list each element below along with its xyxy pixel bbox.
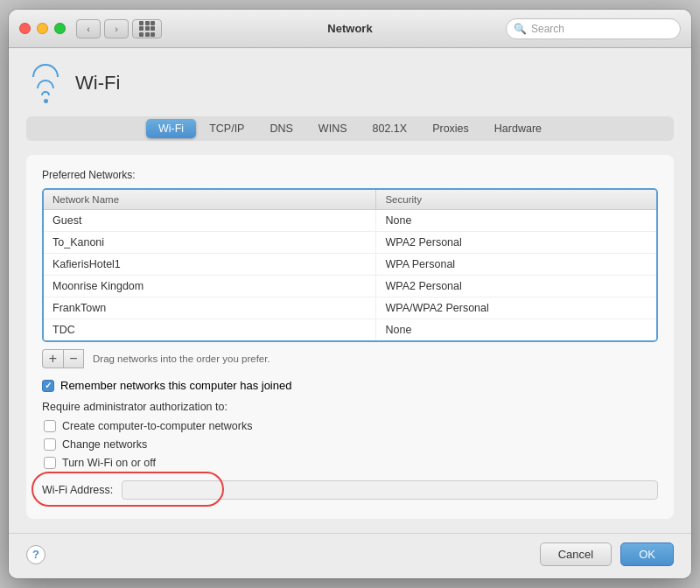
tab-proxies[interactable]: Proxies — [420, 119, 481, 138]
grid-button[interactable] — [132, 19, 162, 38]
traffic-lights — [19, 23, 66, 34]
ok-button[interactable]: OK — [620, 542, 674, 566]
cancel-button[interactable]: Cancel — [540, 542, 612, 566]
wifi-header: Wi-Fi — [26, 64, 674, 102]
wifi-title: Wi-Fi — [75, 72, 120, 94]
table-row[interactable]: TDC None — [44, 319, 656, 340]
maximize-button[interactable] — [54, 23, 66, 34]
drag-hint: Drag networks into the order you prefer. — [93, 354, 270, 364]
search-placeholder: Search — [531, 23, 564, 35]
footer-buttons: Cancel OK — [540, 542, 674, 566]
main-content: Wi-Fi Wi-Fi TCP/IP DNS WINS 802.1X Proxi… — [9, 48, 691, 533]
turn-wifi-label: Turn Wi-Fi on or off — [62, 457, 156, 469]
forward-button[interactable]: › — [104, 19, 129, 38]
tab-wifi[interactable]: Wi-Fi — [146, 119, 196, 138]
table-row[interactable]: Guest None — [44, 210, 656, 232]
tab-hardware[interactable]: Hardware — [482, 119, 554, 138]
change-networks-checkbox[interactable] — [44, 438, 56, 451]
wifi-address-row: Wi-Fi Address: — [42, 475, 658, 505]
tab-wins[interactable]: WINS — [306, 119, 360, 138]
table-row[interactable]: Moonrise Kingdom WPA2 Personal — [44, 276, 656, 298]
tabs-row: Wi-Fi TCP/IP DNS WINS 802.1X Proxies Har… — [26, 116, 674, 141]
col-security: Security — [376, 190, 656, 209]
col-network-name: Network Name — [44, 190, 376, 209]
remember-checkbox[interactable] — [42, 380, 54, 392]
security-cell: WPA Personal — [376, 254, 656, 275]
sub-checkboxes: Create computer-to-computer networks Cha… — [44, 420, 658, 469]
remember-label: Remember networks this computer has join… — [60, 379, 291, 392]
create-network-checkbox[interactable] — [44, 420, 56, 432]
table-row[interactable]: FrankTown WPA/WPA2 Personal — [44, 298, 656, 319]
tab-tcpip[interactable]: TCP/IP — [197, 119, 256, 138]
wifi-arcs — [32, 64, 59, 103]
back-button[interactable]: ‹ — [76, 19, 101, 38]
minimize-button[interactable] — [37, 23, 48, 34]
require-admin-label: Require administrator authorization to: — [42, 401, 658, 413]
help-button[interactable]: ? — [26, 545, 46, 564]
network-name-cell: Guest — [44, 210, 376, 231]
wifi-arc-medium — [37, 80, 54, 88]
add-network-button[interactable]: + — [42, 349, 63, 368]
close-button[interactable] — [19, 23, 31, 34]
network-name-cell: TDC — [44, 319, 376, 340]
wifi-address-value — [122, 480, 658, 500]
sub-checkbox-row-0: Create computer-to-computer networks — [44, 420, 658, 432]
table-body: Guest None To_Kanoni WPA2 Personal Kafie… — [44, 210, 656, 340]
wifi-icon — [26, 64, 65, 102]
network-name-cell: To_Kanoni — [44, 232, 376, 253]
wifi-arc-large — [32, 64, 59, 77]
search-box[interactable]: 🔍 Search — [506, 18, 681, 39]
security-cell: WPA2 Personal — [376, 276, 656, 297]
security-cell: WPA2 Personal — [376, 232, 656, 253]
window: ‹ › Network 🔍 Search — [9, 10, 691, 578]
wifi-arc-dot — [44, 99, 48, 103]
networks-table: Network Name Security Guest None To_Kano… — [42, 188, 658, 342]
security-cell: WPA/WPA2 Personal — [376, 298, 656, 318]
table-controls: + − Drag networks into the order you pre… — [42, 349, 658, 368]
wifi-address-label: Wi-Fi Address: — [42, 484, 113, 496]
tab-dns[interactable]: DNS — [257, 119, 304, 138]
table-header: Network Name Security — [44, 190, 656, 210]
nav-buttons: ‹ › — [76, 19, 129, 38]
network-name-cell: FrankTown — [44, 298, 376, 318]
network-name-cell: KafierisHotel1 — [44, 254, 376, 275]
remember-checkbox-row: Remember networks this computer has join… — [42, 379, 658, 392]
table-row[interactable]: KafierisHotel1 WPA Personal — [44, 254, 656, 276]
remove-network-button[interactable]: − — [63, 349, 84, 368]
security-cell: None — [376, 210, 656, 231]
change-networks-label: Change networks — [62, 438, 147, 451]
preferred-networks-label: Preferred Networks: — [42, 169, 658, 181]
table-row[interactable]: To_Kanoni WPA2 Personal — [44, 232, 656, 254]
footer: ? Cancel OK — [9, 533, 691, 578]
turn-wifi-checkbox[interactable] — [44, 457, 56, 469]
sub-checkbox-row-2: Turn Wi-Fi on or off — [44, 457, 658, 469]
wifi-settings-section: Preferred Networks: Network Name Securit… — [26, 155, 674, 519]
search-icon: 🔍 — [514, 23, 527, 35]
grid-icon — [139, 21, 155, 37]
security-cell: None — [376, 319, 656, 340]
sub-checkbox-row-1: Change networks — [44, 438, 658, 451]
tab-8021x[interactable]: 802.1X — [360, 119, 420, 138]
create-network-label: Create computer-to-computer networks — [62, 420, 252, 432]
wifi-arc-small — [41, 91, 50, 95]
window-title: Network — [327, 22, 372, 35]
titlebar: ‹ › Network 🔍 Search — [9, 10, 691, 48]
network-name-cell: Moonrise Kingdom — [44, 276, 376, 297]
